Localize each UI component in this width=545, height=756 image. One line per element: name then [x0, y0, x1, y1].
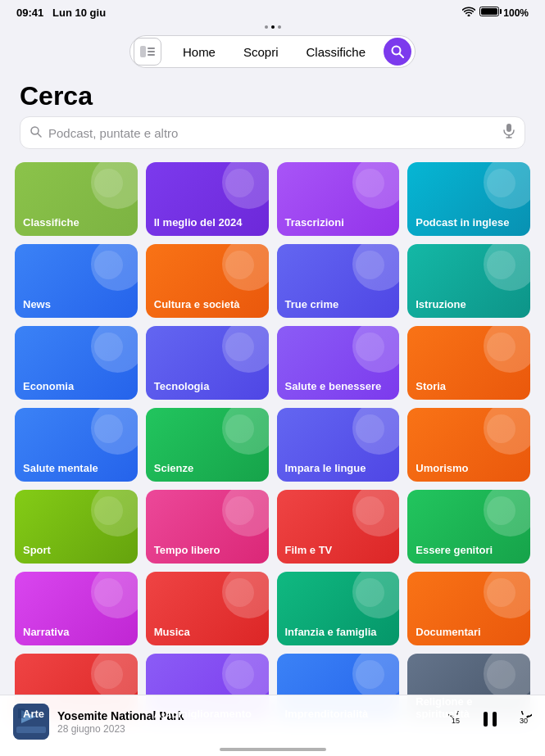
category-autom[interactable]: Automiglioramento	[146, 654, 269, 719]
category-label-religione: Religione e spiritualità	[416, 695, 522, 719]
status-time-date: 09:41 Lun 10 giu	[16, 7, 106, 19]
category-label-arte: Arte	[23, 708, 44, 719]
dot-2	[271, 25, 275, 29]
status-date: Lun 10 giu	[52, 7, 106, 19]
category-umorismo[interactable]: Umorismo	[407, 408, 530, 482]
wifi-icon	[462, 7, 475, 19]
category-label-classifiche: Classifiche	[23, 216, 79, 229]
category-filmtv[interactable]: Film e TV	[277, 490, 400, 564]
category-label-meglio2024: Il meglio del 2024	[154, 216, 243, 229]
dot-3	[278, 25, 281, 29]
category-label-salute: Salute e benessere	[285, 380, 382, 393]
category-podcast-inglese[interactable]: Podcast in inglese	[407, 162, 530, 236]
nav-tabs-container: Home Scopri Classifiche	[129, 35, 416, 68]
category-cultura[interactable]: Cultura e società	[146, 244, 269, 318]
category-label-narrativa: Narrativa	[23, 626, 69, 639]
category-label-economia: Economia	[23, 380, 74, 393]
category-infanzia[interactable]: Infanzia e famiglia	[277, 572, 400, 645]
tab-classifiche[interactable]: Classifiche	[293, 39, 379, 65]
category-truecrime[interactable]: True crime	[277, 244, 400, 318]
category-label-scienze: Scienze	[154, 462, 193, 475]
nav-bar: Home Scopri Classifiche	[0, 30, 545, 75]
home-indicator	[220, 748, 326, 751]
category-sport[interactable]: Sport	[15, 490, 138, 564]
svg-line-5	[400, 54, 404, 58]
player-title: Yosemite National Park	[57, 709, 448, 722]
category-meglio2024[interactable]: Il meglio del 2024	[146, 162, 269, 236]
category-label-filmtv: Film e TV	[285, 544, 333, 557]
category-label-imprenditorialita: Imprenditorialità	[285, 708, 369, 719]
category-label-storia: Storia	[416, 380, 446, 393]
category-label-podcast-inglese: Podcast in inglese	[416, 216, 509, 229]
category-label-tecnologia: Tecnologia	[154, 380, 210, 393]
category-label-lingue: Impara le lingue	[285, 462, 366, 475]
nav-search-button[interactable]	[384, 38, 411, 66]
status-icons: 100%	[462, 7, 529, 19]
category-label-infanzia: Infanzia e famiglia	[285, 626, 377, 639]
category-genitori[interactable]: Essere genitori	[407, 490, 530, 564]
category-label-documentari: Documentari	[416, 626, 480, 639]
tab-home[interactable]: Home	[170, 39, 229, 65]
tab-scopri[interactable]: Scopri	[230, 39, 292, 65]
category-salutem[interactable]: Salute mentale	[15, 408, 138, 482]
category-label-truecrime: True crime	[285, 298, 339, 311]
category-label-trascrizioni: Trascrizioni	[285, 216, 344, 229]
category-religione[interactable]: Religione e spiritualità	[407, 654, 530, 719]
search-bar[interactable]: Podcast, puntate e altro	[20, 116, 525, 149]
category-musica[interactable]: Musica	[146, 572, 269, 645]
category-label-cultura: Cultura e società	[154, 298, 240, 311]
search-bar-icon	[30, 126, 42, 140]
category-label-news: News	[23, 298, 51, 311]
page-title: Cerca	[0, 75, 545, 116]
category-scienze[interactable]: Scienze	[146, 408, 269, 482]
category-label-genitori: Essere genitori	[416, 544, 493, 557]
category-salute[interactable]: Salute e benessere	[277, 326, 400, 400]
dot-1	[265, 25, 268, 29]
category-label-tempo: Tempo libero	[154, 544, 220, 557]
sidebar-toggle-button[interactable]	[134, 38, 161, 66]
status-time: 09:41	[16, 7, 43, 19]
svg-rect-2	[148, 51, 155, 52]
svg-line-7	[38, 134, 41, 137]
category-label-istruzione: Istruzione	[416, 298, 466, 311]
battery-percentage: 100%	[503, 7, 529, 19]
category-label-salutem: Salute mentale	[23, 462, 98, 475]
svg-rect-12	[16, 727, 46, 733]
battery-indicator	[479, 7, 499, 19]
category-classifiche[interactable]: Classifiche	[15, 162, 138, 236]
category-news[interactable]: News	[15, 244, 138, 318]
category-istruzione[interactable]: Istruzione	[407, 244, 530, 318]
category-tecnologia[interactable]: Tecnologia	[146, 326, 269, 400]
categories-grid: ClassificheIl meglio del 2024Trascrizion…	[0, 162, 545, 719]
svg-rect-0	[140, 46, 146, 57]
dots-indicator	[0, 22, 545, 30]
category-tempo[interactable]: Tempo libero	[146, 490, 269, 564]
svg-rect-8	[506, 124, 511, 132]
mic-icon[interactable]	[503, 124, 515, 142]
category-lingue[interactable]: Impara le lingue	[277, 408, 400, 482]
category-label-umorismo: Umorismo	[416, 462, 468, 475]
category-label-sport: Sport	[23, 544, 51, 557]
category-label-autom: Automiglioramento	[154, 708, 252, 719]
category-trascrizioni[interactable]: Trascrizioni	[277, 162, 400, 236]
category-narrativa[interactable]: Narrativa	[15, 572, 138, 645]
search-placeholder: Podcast, puntate e altro	[48, 126, 503, 140]
svg-rect-1	[148, 48, 155, 49]
category-storia[interactable]: Storia	[407, 326, 530, 400]
category-documentari[interactable]: Documentari	[407, 572, 530, 645]
category-economia[interactable]: Economia	[15, 326, 138, 400]
player-info: Yosemite National Park 28 giugno 2023	[57, 709, 448, 735]
status-bar: 09:41 Lun 10 giu 100%	[0, 0, 545, 22]
svg-rect-3	[148, 54, 155, 56]
category-label-musica: Musica	[154, 626, 190, 639]
player-subtitle: 28 giugno 2023	[57, 723, 448, 735]
